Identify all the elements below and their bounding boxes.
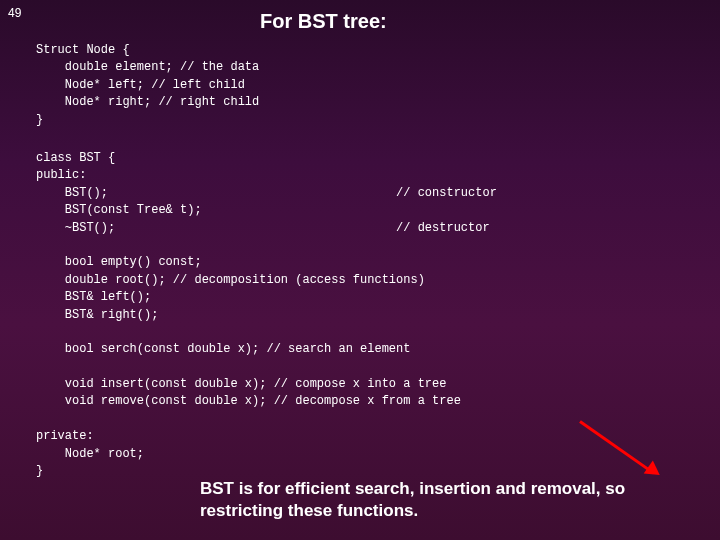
class-code-block: class BST { public: BST(); // constructo… — [36, 150, 497, 480]
slide-title: For BST tree: — [260, 10, 387, 33]
pointer-arrow — [580, 420, 680, 480]
struct-code-block: Struct Node { double element; // the dat… — [36, 42, 259, 129]
footer-note: BST is for efficient search, insertion a… — [200, 478, 700, 522]
arrow-line — [579, 420, 654, 474]
slide-number: 49 — [8, 6, 21, 20]
